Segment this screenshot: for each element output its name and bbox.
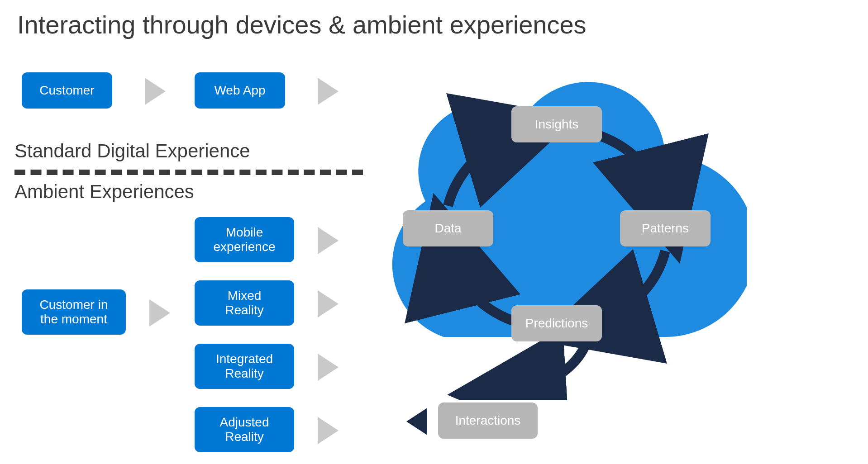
cloud-node-data: Data — [403, 210, 493, 246]
box-mixed-reality: Mixed Reality — [195, 280, 294, 326]
section-standard: Standard Digital Experience — [14, 140, 250, 162]
box-customer: Customer — [22, 72, 112, 109]
box-interactions: Interactions — [438, 402, 538, 439]
arrow-icon — [318, 290, 339, 317]
arrow-icon — [318, 78, 339, 105]
arrow-icon — [318, 227, 339, 254]
section-ambient: Ambient Experiences — [14, 181, 194, 203]
arrow-icon — [318, 417, 339, 444]
cloud-node-insights: Insights — [511, 106, 602, 142]
cloud-node-patterns: Patterns — [620, 210, 711, 246]
divider — [14, 170, 363, 175]
cloud-node-predictions: Predictions — [511, 305, 602, 341]
box-integrated-reality: Integrated Reality — [195, 344, 294, 389]
slide-title: Interacting through devices & ambient ex… — [17, 10, 587, 39]
box-mobile-experience: Mobile experience — [195, 217, 294, 262]
arrow-left-icon — [406, 408, 427, 435]
arrow-icon — [145, 78, 166, 105]
arrow-icon — [149, 299, 170, 327]
box-webapp: Web App — [195, 72, 285, 109]
box-customer-moment: Customer in the moment — [22, 289, 126, 335]
cloud-cycle: Insights Patterns Predictions Data — [376, 57, 729, 382]
arrow-icon — [318, 354, 339, 381]
box-adjusted-reality: Adjusted Reality — [195, 407, 294, 452]
